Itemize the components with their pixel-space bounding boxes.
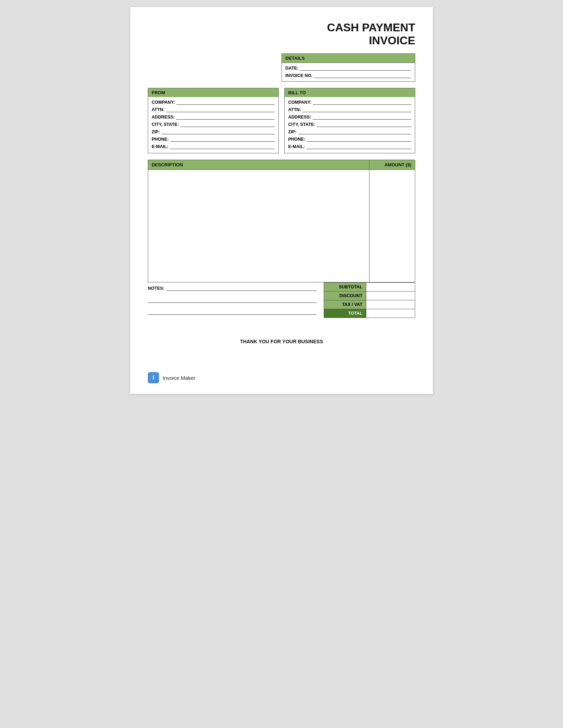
billto-phone-row: PHONE:: [288, 136, 411, 142]
discount-row: DISCOUNT: [324, 291, 415, 300]
amount-col-header: AMOUNT ($): [369, 160, 415, 170]
from-attn-row: ATTN:: [152, 107, 275, 112]
from-zip-row: ZIP:: [152, 129, 275, 134]
discount-label: DISCOUNT: [324, 291, 366, 300]
from-phone-row: PHONE:: [152, 136, 275, 142]
from-attn-label: ATTN:: [152, 107, 165, 112]
invoice-no-field[interactable]: [314, 72, 411, 78]
from-address-field[interactable]: [176, 114, 275, 120]
billto-zip-field[interactable]: [298, 129, 411, 134]
bottom-area: NOTES: SUBTOTAL DISCOUNT TAX / VAT: [148, 282, 415, 321]
taxvat-value[interactable]: [366, 300, 415, 309]
subtotal-label: SUBTOTAL: [324, 282, 366, 291]
title-line1: CASH PAYMENT: [327, 21, 415, 34]
total-value[interactable]: [366, 309, 415, 318]
from-email-field[interactable]: [170, 143, 275, 149]
app-icon: I: [148, 372, 159, 383]
from-attn-field[interactable]: [166, 107, 275, 112]
from-phone-field[interactable]: [170, 136, 275, 142]
from-company-field[interactable]: [176, 99, 275, 105]
from-company-label: COMPANY:: [152, 100, 175, 105]
invoice-no-row: INVOICE NO.: [285, 72, 411, 78]
thank-you-text: THANK YOU FOR YOUR BUSINESS: [148, 339, 415, 344]
from-city-row: CITY, STATE:: [152, 121, 275, 127]
from-address-row: ADDRESS:: [152, 114, 275, 120]
notes-row: NOTES:: [148, 285, 317, 291]
billto-phone-field[interactable]: [307, 136, 411, 142]
total-label: TOTAL: [324, 309, 366, 318]
notes-label: NOTES:: [148, 286, 164, 291]
date-row: DATE:: [285, 65, 411, 71]
billto-email-row: E-MAIL:: [288, 143, 411, 149]
billto-attn-label: ATTN:: [288, 107, 301, 112]
notes-area: NOTES:: [148, 282, 324, 321]
discount-value[interactable]: [366, 291, 415, 300]
details-header: DETAILS: [282, 53, 415, 63]
description-col-header: DESCRIPTION: [148, 160, 369, 170]
totals-table: SUBTOTAL DISCOUNT TAX / VAT TOTAL: [324, 282, 415, 318]
invoice-page: CASH PAYMENT INVOICE DETAILS DATE: INVOI…: [130, 7, 433, 394]
notes-line2[interactable]: [148, 297, 317, 303]
subtotal-value[interactable]: [366, 282, 415, 291]
details-section: DETAILS DATE: INVOICE NO.: [282, 53, 415, 82]
billto-city-row: CITY, STATE:: [288, 121, 411, 127]
details-content: DATE: INVOICE NO.: [282, 63, 415, 82]
billto-header: BILL TO: [285, 88, 415, 97]
billto-city-field[interactable]: [317, 121, 411, 127]
billto-email-label: E-MAIL:: [288, 144, 305, 149]
from-company-row: COMPANY:: [152, 99, 275, 105]
taxvat-row: TAX / VAT: [324, 300, 415, 309]
billto-zip-row: ZIP:: [288, 129, 411, 134]
billto-zip-label: ZIP:: [288, 129, 297, 134]
from-city-label: CITY, STATE:: [152, 122, 179, 127]
totals-section: SUBTOTAL DISCOUNT TAX / VAT TOTAL: [324, 282, 415, 318]
description-table: DESCRIPTION AMOUNT ($): [148, 160, 415, 282]
notes-line3[interactable]: [148, 309, 317, 315]
from-email-row: E-MAIL:: [152, 143, 275, 149]
app-icon-letter: I: [153, 375, 154, 381]
billto-attn-row: ATTN:: [288, 107, 411, 112]
billto-phone-label: PHONE:: [288, 137, 305, 142]
invoice-no-label: INVOICE NO.: [285, 73, 312, 78]
billto-address-row: ADDRESS:: [288, 114, 411, 120]
from-billto-section: FROM COMPANY: ATTN: ADDRESS: CITY, STATE…: [148, 88, 415, 153]
date-label: DATE:: [285, 66, 298, 71]
description-cell[interactable]: [148, 170, 369, 282]
total-row: TOTAL: [324, 309, 415, 318]
footer: I Invoice Maker: [148, 372, 195, 383]
billto-address-field[interactable]: [312, 114, 411, 120]
app-name: Invoice Maker: [163, 375, 195, 381]
from-city-field[interactable]: [180, 121, 275, 127]
billto-company-field[interactable]: [313, 99, 411, 105]
from-address-label: ADDRESS:: [152, 115, 175, 120]
from-section: FROM COMPANY: ATTN: ADDRESS: CITY, STATE…: [148, 88, 279, 153]
date-field[interactable]: [300, 65, 411, 71]
description-body-row: [148, 170, 415, 282]
from-email-label: E-MAIL:: [152, 144, 168, 149]
invoice-title: CASH PAYMENT INVOICE: [148, 21, 415, 47]
billto-section: BILL TO COMPANY: ATTN: ADDRESS: CITY, ST…: [284, 88, 415, 153]
from-phone-label: PHONE:: [152, 137, 169, 142]
amount-cell[interactable]: [369, 170, 415, 282]
title-line2: INVOICE: [369, 34, 415, 47]
from-zip-label: ZIP:: [152, 129, 160, 134]
from-fields: COMPANY: ATTN: ADDRESS: CITY, STATE: ZIP…: [148, 97, 278, 153]
billto-company-label: COMPANY:: [288, 100, 311, 105]
from-zip-field[interactable]: [162, 129, 275, 134]
notes-line1[interactable]: [166, 285, 317, 291]
billto-email-field[interactable]: [306, 143, 411, 149]
billto-fields: COMPANY: ATTN: ADDRESS: CITY, STATE: ZIP…: [285, 97, 415, 153]
subtotal-row: SUBTOTAL: [324, 282, 415, 291]
from-header: FROM: [148, 88, 278, 97]
taxvat-label: TAX / VAT: [324, 300, 366, 309]
billto-attn-field[interactable]: [303, 107, 411, 112]
billto-company-row: COMPANY:: [288, 99, 411, 105]
billto-city-label: CITY, STATE:: [288, 122, 315, 127]
billto-address-label: ADDRESS:: [288, 115, 311, 120]
